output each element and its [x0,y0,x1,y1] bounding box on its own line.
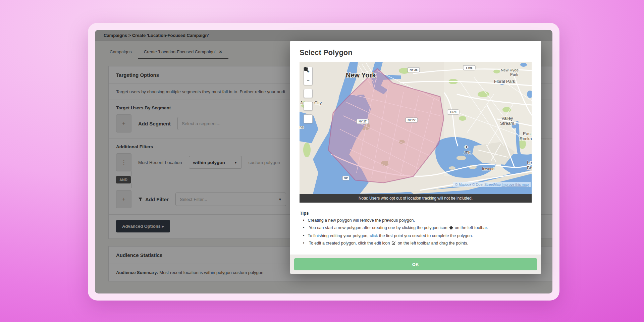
map-search-button[interactable] [304,89,313,98]
svg-text:JFK: JFK [464,151,471,155]
polygon-icon [449,226,453,231]
svg-text:Lo: Lo [527,160,532,165]
tips-list: Creating a new polygon will remove the p… [303,218,488,249]
tip-item: Creating a new polygon will remove the p… [303,218,488,223]
edit-polygon-button[interactable] [304,114,313,123]
improve-map-link[interactable]: Improve this map [501,182,529,186]
svg-text:NY 27: NY 27 [359,120,367,123]
map-graphics: NY 25 I 495 I 678 NY 27 NY 27 BP New Yor… [300,62,532,194]
svg-text:New Hyde: New Hyde [501,68,519,72]
edit-icon [304,67,308,71]
svg-text:Be: Be [527,165,532,170]
svg-text:Inwood: Inwood [482,167,494,171]
tip-item: You can start a new polygon after creati… [303,225,488,231]
svg-text:✈: ✈ [465,145,468,150]
map-controls: + − [304,67,313,123]
svg-text:Park: Park [510,72,518,76]
map-canvas[interactable]: NY 25 I 495 I 678 NY 27 NY 27 BP New Yor… [300,62,532,194]
map-attribution: © Mapbox © OpenStreetMap Improve this ma… [453,182,531,187]
ok-button[interactable]: OK [294,258,537,270]
svg-text:New York: New York [346,71,376,79]
modal-footer: OK [290,255,541,274]
svg-text:NY 27: NY 27 [408,118,416,122]
zoom-out-button[interactable]: − [304,76,312,85]
svg-text:East: East [523,131,532,136]
tips-title: Tips [300,211,309,216]
svg-text:Valley: Valley [501,116,513,121]
edit-icon [391,241,396,246]
svg-text:Stream: Stream [500,121,514,126]
modal-title: Select Polygon [300,48,353,57]
location-tracking-note: Note: Users who opt out of location trac… [300,194,532,203]
svg-text:Rockav: Rockav [520,136,532,141]
svg-text:BP: BP [344,176,348,180]
tip-item: To finishing editing your polygon, click… [303,233,488,238]
svg-text:Floral Park: Floral Park [494,79,515,84]
draw-polygon-button[interactable] [304,102,313,111]
select-polygon-modal: Select Polygon [290,41,541,274]
svg-text:I 495: I 495 [466,66,473,69]
svg-text:NY 25: NY 25 [410,68,418,71]
tip-item: To edit a created polygon, click the edi… [303,241,488,246]
svg-text:I 678: I 678 [450,110,457,114]
svg-text:ne: ne [300,125,304,129]
